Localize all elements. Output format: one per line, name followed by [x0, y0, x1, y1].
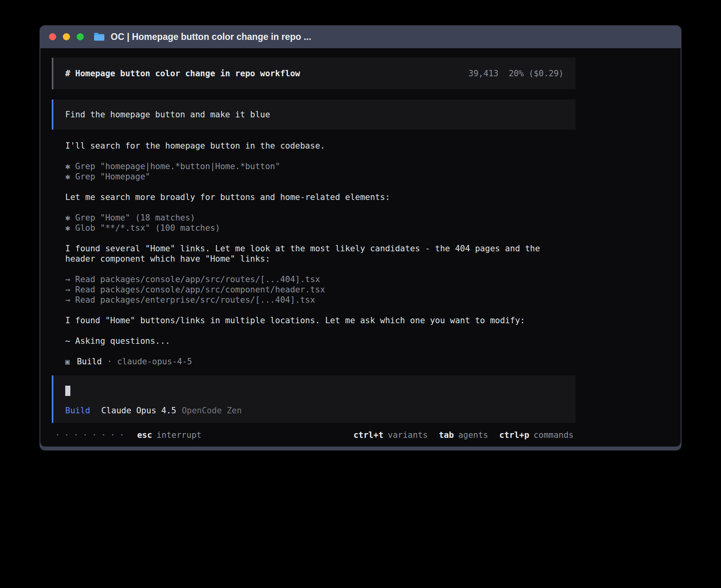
terminal-content: # Homepage button color change in repo w… [40, 48, 681, 447]
tool-call-grep: ✱ Grep "Homepage" [65, 172, 556, 182]
interrupt-label: interrupt [157, 430, 202, 440]
spacer [65, 233, 556, 243]
status-right: ctrl+t variants tab agents ctrl+p comman… [353, 430, 574, 440]
tool-call-grep: ✱ Grep "Home" (18 matches) [65, 213, 556, 223]
commands-key-hint: ctrl+p [499, 430, 529, 440]
context-usage: 20% ($0.29) [509, 68, 564, 79]
close-button[interactable] [49, 33, 56, 40]
titlebar[interactable]: OC | Homepage button color change in rep… [40, 25, 681, 48]
spacer [65, 182, 556, 192]
session-title: # Homepage button color change in repo w… [65, 68, 300, 79]
agents-label: agents [458, 430, 488, 440]
tool-call-glob: ✱ Glob "**/*.tsx" (100 matches) [65, 223, 556, 233]
assistant-text: I found "Home" buttons/links in multiple… [65, 315, 556, 326]
window-title: OC | Homepage button color change in rep… [111, 32, 311, 42]
input-line[interactable] [65, 386, 564, 396]
agent-model: claude-opus-4-5 [117, 356, 192, 367]
traffic-lights [49, 33, 84, 40]
assistant-status: ~ Asking questions... [65, 336, 556, 346]
transcript: I'll search for the homepage button in t… [52, 141, 576, 367]
tool-call-read: → Read packages/console/app/src/componen… [65, 285, 556, 295]
text-cursor [65, 386, 70, 396]
spacer [65, 264, 556, 274]
spacer [65, 326, 556, 336]
active-model-label[interactable]: Claude Opus 4.5 [101, 405, 176, 416]
user-message: Find the homepage button and make it blu… [52, 100, 576, 130]
spacer [65, 305, 556, 315]
tool-call-grep: ✱ Grep "homepage|home.*button|Home.*butt… [65, 161, 556, 172]
esc-key-hint: esc [137, 430, 152, 440]
provider-label: OpenCode Zen [182, 405, 242, 416]
variants-key-hint: ctrl+t [353, 430, 383, 440]
session-header: # Homepage button color change in repo w… [52, 58, 576, 89]
agents-key-hint: tab [439, 430, 454, 440]
spacer [65, 346, 556, 356]
zoom-button[interactable] [77, 33, 84, 40]
tool-call-read: → Read packages/console/app/src/routes/[… [65, 274, 556, 285]
separator-dot: · [107, 356, 112, 367]
token-count: 39,413 [468, 68, 498, 79]
agent-status-line: ▣ Build · claude-opus-4-5 [65, 356, 556, 367]
input-footer: Build Claude Opus 4.5 OpenCode Zen [65, 405, 564, 416]
terminal-window: OC | Homepage button color change in rep… [40, 25, 681, 450]
variants-label: variants [388, 430, 428, 440]
minimize-button[interactable] [63, 33, 70, 40]
tool-call-read: → Read packages/enterprise/src/routes/[.… [65, 295, 556, 305]
status-left: ········ esc interrupt [55, 430, 202, 440]
prompt-input[interactable]: Build Claude Opus 4.5 OpenCode Zen [52, 375, 576, 423]
commands-label: commands [534, 430, 574, 440]
build-agent-icon: ▣ [65, 356, 70, 367]
spinner-dots-icon: ········ [55, 430, 128, 440]
assistant-text: Let me search more broadly for buttons a… [65, 192, 556, 202]
user-message-text: Find the homepage button and make it blu… [65, 109, 270, 120]
spacer [65, 151, 556, 161]
session-stats: 39,413 20% ($0.29) [468, 68, 564, 79]
agent-name: Build [77, 356, 102, 367]
assistant-text: I'll search for the homepage button in t… [65, 141, 556, 151]
active-agent-label[interactable]: Build [65, 405, 90, 416]
folder-icon [93, 32, 105, 41]
spacer [65, 202, 556, 213]
assistant-text: I found several "Home" links. Let me loo… [65, 243, 556, 264]
status-bar: ········ esc interrupt ctrl+t variants t… [55, 430, 574, 440]
